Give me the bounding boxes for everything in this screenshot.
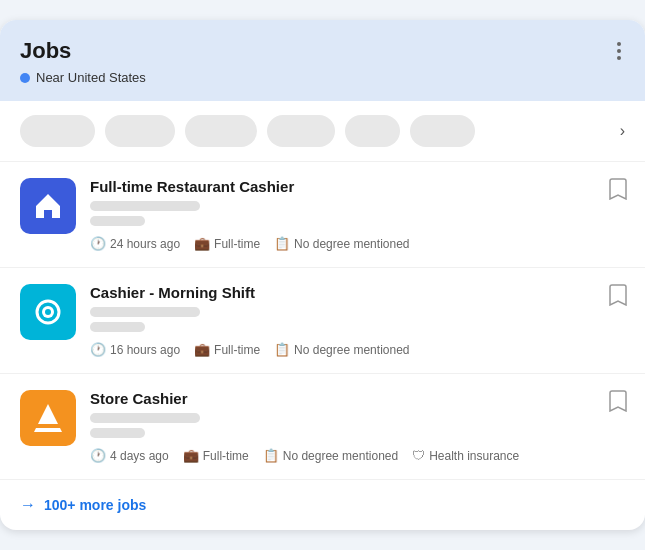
filter-pill-1[interactable]: [20, 115, 95, 147]
more-options-button[interactable]: [613, 38, 625, 64]
job-content-1: Full-time Restaurant Cashier 🕐 24 hours …: [90, 178, 625, 251]
skeleton-3a: [90, 413, 200, 423]
job-time-3: 🕐 4 days ago: [90, 448, 169, 463]
table-row[interactable]: Cashier - Morning Shift 🕐 16 hours ago 💼…: [0, 268, 645, 374]
jobs-card: Jobs Near United States ›: [0, 20, 645, 530]
job-title-2: Cashier - Morning Shift: [90, 284, 625, 301]
filter-pills: [20, 115, 610, 147]
job-logo-2: [20, 284, 76, 340]
svg-point-3: [45, 309, 51, 315]
skeleton-2a: [90, 307, 200, 317]
job-title-3: Store Cashier: [90, 390, 625, 407]
shield-icon: 🛡: [412, 448, 425, 463]
bookmark-button-1[interactable]: [609, 178, 627, 205]
location-text: Near United States: [36, 70, 146, 85]
job-time-2: 🕐 16 hours ago: [90, 342, 180, 357]
table-row[interactable]: Store Cashier 🕐 4 days ago 💼 Full-time 📋…: [0, 374, 645, 480]
filter-pill-5[interactable]: [345, 115, 400, 147]
degree-icon: 📋: [274, 236, 290, 251]
location-dot: [20, 73, 30, 83]
filter-pill-3[interactable]: [185, 115, 257, 147]
filter-pill-4[interactable]: [267, 115, 335, 147]
briefcase-icon: 💼: [183, 448, 199, 463]
degree-icon: 📋: [263, 448, 279, 463]
svg-rect-5: [34, 424, 62, 428]
job-degree-2: 📋 No degree mentioned: [274, 342, 409, 357]
job-content-2: Cashier - Morning Shift 🕐 16 hours ago 💼…: [90, 284, 625, 357]
clock-icon: 🕐: [90, 448, 106, 463]
more-jobs-link[interactable]: 100+ more jobs: [44, 497, 146, 513]
skeleton-1b: [90, 216, 145, 226]
job-degree-3: 📋 No degree mentioned: [263, 448, 398, 463]
briefcase-icon: 💼: [194, 236, 210, 251]
job-time-1: 🕐 24 hours ago: [90, 236, 180, 251]
svg-rect-0: [45, 210, 51, 218]
job-meta-1: 🕐 24 hours ago 💼 Full-time 📋 No degree m…: [90, 236, 625, 251]
page-title: Jobs: [20, 38, 71, 64]
job-meta-2: 🕐 16 hours ago 💼 Full-time 📋 No degree m…: [90, 342, 625, 357]
skeleton-1a: [90, 201, 200, 211]
job-logo-3: [20, 390, 76, 446]
clock-icon: 🕐: [90, 342, 106, 357]
skeleton-3b: [90, 428, 145, 438]
job-degree-1: 📋 No degree mentioned: [274, 236, 409, 251]
job-content-3: Store Cashier 🕐 4 days ago 💼 Full-time 📋…: [90, 390, 625, 463]
filter-pill-6[interactable]: [410, 115, 475, 147]
degree-icon: 📋: [274, 342, 290, 357]
job-type-3: 💼 Full-time: [183, 448, 249, 463]
job-meta-3: 🕐 4 days ago 💼 Full-time 📋 No degree men…: [90, 448, 625, 463]
more-jobs-arrow-icon: →: [20, 496, 36, 514]
job-type-2: 💼 Full-time: [194, 342, 260, 357]
job-logo-1: [20, 178, 76, 234]
job-title-1: Full-time Restaurant Cashier: [90, 178, 625, 195]
table-row[interactable]: Full-time Restaurant Cashier 🕐 24 hours …: [0, 162, 645, 268]
bookmark-button-3[interactable]: [609, 390, 627, 417]
filter-row: ›: [0, 101, 645, 162]
more-jobs-section: → 100+ more jobs: [0, 480, 645, 530]
filter-scroll-right[interactable]: ›: [620, 122, 625, 140]
header: Jobs Near United States: [0, 20, 645, 101]
clock-icon: 🕐: [90, 236, 106, 251]
bookmark-button-2[interactable]: [609, 284, 627, 311]
job-type-1: 💼 Full-time: [194, 236, 260, 251]
skeleton-2b: [90, 322, 145, 332]
job-benefit-3: 🛡 Health insurance: [412, 448, 519, 463]
filter-pill-2[interactable]: [105, 115, 175, 147]
job-list: Full-time Restaurant Cashier 🕐 24 hours …: [0, 162, 645, 480]
briefcase-icon: 💼: [194, 342, 210, 357]
